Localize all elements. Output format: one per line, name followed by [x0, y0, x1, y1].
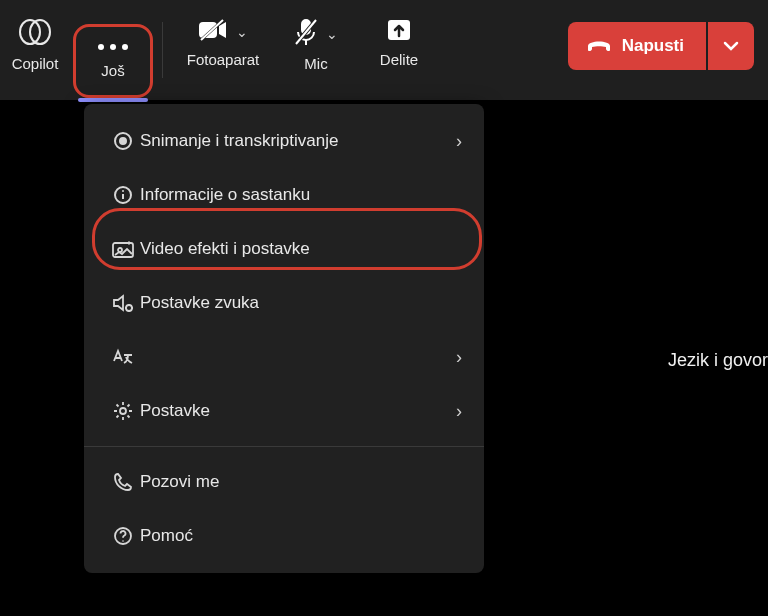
svg-point-14 — [122, 190, 124, 192]
more-icon — [98, 44, 128, 50]
video-effects-icon — [106, 240, 140, 258]
more-menu: Snimanje i transkriptivanje › Informacij… — [84, 104, 484, 573]
copilot-icon — [18, 18, 52, 49]
info-icon — [106, 185, 140, 205]
copilot-button[interactable]: Copilot — [0, 0, 70, 72]
chevron-right-icon: › — [456, 401, 462, 422]
menu-divider — [84, 446, 484, 447]
menu-label: Pomoć — [140, 526, 462, 546]
svg-point-21 — [122, 540, 124, 542]
gear-icon — [106, 401, 140, 421]
camera-button[interactable]: ⌄ Fotoaparat — [173, 0, 273, 68]
help-icon — [106, 526, 140, 546]
toolbar-divider — [162, 22, 163, 78]
more-label: Još — [101, 62, 124, 79]
menu-item-audio-settings[interactable]: Postavke zvuka — [84, 276, 484, 330]
hangup-icon — [586, 36, 612, 56]
svg-point-18 — [126, 305, 132, 311]
menu-label: Postavke zvuka — [140, 293, 462, 313]
chevron-down-icon[interactable]: ⌄ — [326, 26, 338, 42]
menu-label: Snimanje i transkriptivanje — [140, 131, 456, 151]
menu-label: Informacije o sastanku — [140, 185, 462, 205]
menu-item-help[interactable]: Pomoć — [84, 509, 484, 563]
active-tab-indicator — [78, 98, 148, 102]
chevron-down-icon[interactable]: ⌄ — [236, 24, 248, 40]
svg-point-19 — [120, 408, 126, 414]
menu-item-recording[interactable]: Snimanje i transkriptivanje › — [84, 114, 484, 168]
menu-item-call-me[interactable]: Pozovi me — [84, 455, 484, 509]
menu-label: Video efekti i postavke — [140, 239, 462, 259]
menu-item-language[interactable]: › — [84, 330, 484, 384]
menu-label: Pozovi me — [140, 472, 462, 492]
mic-button[interactable]: ⌄ Mic — [273, 0, 359, 72]
copilot-label: Copilot — [12, 55, 59, 72]
chevron-right-icon: › — [456, 131, 462, 152]
svg-point-11 — [120, 138, 126, 144]
share-label: Delite — [380, 51, 418, 68]
camera-off-icon — [198, 18, 228, 45]
more-highlight-box: Još — [73, 24, 153, 98]
chevron-right-icon: › — [456, 347, 462, 368]
camera-label: Fotoaparat — [187, 51, 260, 68]
menu-item-meeting-info[interactable]: Informacije o sastanku — [84, 168, 484, 222]
language-icon — [106, 347, 140, 367]
more-button[interactable]: Još — [70, 0, 156, 98]
meeting-toolbar: Copilot Još ⌄ Fotoaparat — [0, 0, 768, 100]
share-button[interactable]: Delite — [359, 0, 439, 68]
menu-item-video-effects[interactable]: Video efekti i postavke — [84, 222, 484, 276]
leave-button[interactable]: Napusti — [568, 22, 706, 70]
chevron-down-icon — [723, 41, 739, 51]
record-icon — [106, 131, 140, 151]
leave-dropdown[interactable] — [708, 22, 754, 70]
share-icon — [386, 18, 412, 45]
mic-label: Mic — [304, 55, 327, 72]
mic-off-icon — [294, 18, 318, 49]
leave-label: Napusti — [622, 36, 684, 56]
phone-icon — [106, 472, 140, 492]
menu-item-settings[interactable]: Postavke › — [84, 384, 484, 438]
speaker-settings-icon — [106, 293, 140, 313]
side-label: Jezik i govor — [668, 350, 768, 371]
menu-label: Postavke — [140, 401, 456, 421]
leave-area: Napusti — [568, 22, 754, 70]
